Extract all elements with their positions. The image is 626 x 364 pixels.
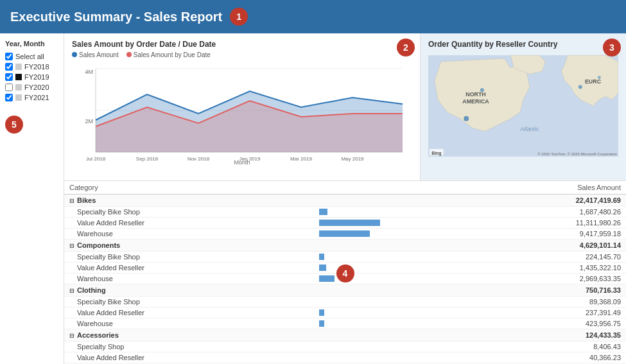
svg-text:2M: 2M — [85, 118, 93, 125]
sub-name: Warehouse — [64, 273, 306, 284]
sub-name: Specialty Bike Shop — [64, 252, 306, 263]
category-name: ⊟Accessories — [64, 329, 448, 342]
svg-text:Nov 2018: Nov 2018 — [187, 156, 210, 162]
bar-cell — [306, 252, 448, 263]
charts-row: Sales Amount by Order Date / Due Date Sa… — [64, 33, 626, 181]
svg-text:May 2019: May 2019 — [341, 156, 364, 162]
sub-amount: 224,145.70 — [448, 252, 626, 263]
category-name: ⊟Bikes — [64, 195, 448, 207]
sub-name: Specialty Bike Shop — [64, 297, 306, 308]
bar-cell — [306, 352, 448, 363]
color-fy2021 — [15, 94, 22, 101]
svg-text:EURC: EURC — [585, 78, 602, 85]
bar-wrap — [319, 230, 442, 237]
table-row: ⊟Clothing 750,716.33 — [64, 284, 626, 297]
sub-name: Specialty Bike Shop — [64, 207, 306, 218]
sub-name: Value Added Reseller — [64, 308, 306, 318]
bar-wrap — [319, 209, 442, 215]
legend-sales: Sales Amount — [72, 51, 119, 58]
badge-2: 2 — [397, 39, 415, 56]
color-fy2020 — [15, 84, 22, 91]
sidebar-item-fy2019[interactable]: FY2019 — [5, 72, 58, 82]
checkbox-fy2021[interactable] — [5, 94, 13, 101]
sub-amount: 89,368.09 — [448, 297, 626, 308]
sub-name: Specialty Shop — [64, 342, 306, 352]
checkbox-selectall[interactable] — [5, 53, 13, 60]
bar-cell — [306, 342, 448, 352]
bar-fill — [319, 320, 324, 327]
bar-wrap — [319, 320, 442, 327]
svg-text:Bing: Bing — [431, 151, 441, 156]
bar-cell — [306, 207, 448, 218]
table-row: Warehouse 2,969,633.35 — [64, 273, 626, 284]
bar-fill — [319, 220, 380, 226]
category-amount: 4,629,101.14 — [448, 239, 626, 252]
checkbox-fy2020[interactable] — [5, 83, 13, 91]
sub-amount: 423,956.75 — [448, 318, 626, 329]
category-amount: 124,433.35 — [448, 329, 626, 342]
map-svg: Atlantic NORTH AMERICA EURC Bing © — [428, 51, 618, 160]
map-container: Order Quantity by Reseller Country 3 Atl… — [421, 33, 626, 180]
table-row: Value Added Reseller 11,311,980.26 — [64, 218, 626, 229]
bar-cell — [306, 218, 448, 229]
svg-point-24 — [578, 85, 582, 89]
sub-name: Warehouse — [64, 318, 306, 329]
sidebar-title: Year, Month — [5, 40, 58, 48]
col-bar — [306, 181, 448, 195]
bar-cell — [306, 263, 448, 273]
sub-name: Warehouse — [64, 229, 306, 239]
bar-cell — [306, 297, 448, 308]
line-chart-container: Sales Amount by Order Date / Due Date Sa… — [64, 33, 421, 180]
expand-icon[interactable]: ⊟ — [69, 198, 74, 204]
line-chart-svg: 4M 2M — [72, 62, 412, 162]
checkbox-fy2018[interactable] — [5, 63, 13, 71]
sub-amount: 9,417,959.18 — [448, 229, 626, 239]
bar-wrap — [319, 254, 442, 260]
color-fy2018 — [15, 64, 22, 70]
content-area: Sales Amount by Order Date / Due Date Sa… — [64, 33, 626, 364]
sidebar-item-fy2018[interactable]: FY2018 — [5, 62, 58, 72]
sub-name: Value Added Reseller — [64, 218, 306, 229]
sub-amount: 11,311,980.26 — [448, 218, 626, 229]
badge-3: 3 — [603, 39, 621, 56]
checkbox-fy2019[interactable] — [5, 73, 13, 81]
bar-wrap — [319, 354, 442, 361]
page-title: Executive Summary - Sales Report — [10, 10, 222, 24]
expand-icon[interactable]: ⊟ — [69, 288, 74, 294]
bar-wrap — [319, 264, 442, 271]
sub-amount: 8,406.43 — [448, 342, 626, 352]
badge-1: 1 — [230, 8, 248, 26]
sidebar-item-fy2020[interactable]: FY2020 — [5, 82, 58, 92]
table-row: Warehouse 9,417,959.18 — [64, 229, 626, 239]
legend-dot-due — [126, 52, 132, 57]
table-row: ⊟Bikes 22,417,419.69 — [64, 195, 626, 207]
sub-name: Value Added Reseller — [64, 263, 306, 273]
color-fy2019 — [15, 74, 22, 80]
sidebar-label-fy2018: FY2018 — [24, 63, 49, 71]
bar-cell — [306, 318, 448, 329]
svg-point-25 — [598, 76, 601, 79]
bar-fill — [319, 275, 335, 282]
sidebar-item-fy2021[interactable]: FY2021 — [5, 92, 58, 103]
expand-icon[interactable]: ⊟ — [69, 333, 74, 339]
svg-point-22 — [464, 116, 469, 121]
sub-amount: 1,435,322.10 — [448, 263, 626, 273]
bar-fill — [319, 309, 324, 316]
bar-cell — [306, 229, 448, 239]
sidebar-label-fy2021: FY2021 — [24, 94, 49, 101]
main-body: Year, Month Select all FY2018 FY2019 FY2… — [0, 33, 626, 364]
bar-wrap — [319, 275, 442, 282]
expand-icon[interactable]: ⊟ — [69, 243, 74, 249]
sub-amount: 237,391.49 — [448, 308, 626, 318]
svg-text:Sep 2018: Sep 2018 — [136, 156, 159, 162]
badge-5: 5 — [5, 116, 23, 134]
bar-cell — [306, 308, 448, 318]
table-row: Specialty Bike Shop 224,145.70 — [64, 252, 626, 263]
sub-amount: 2,969,633.35 — [448, 273, 626, 284]
line-chart-title: Sales Amount by Order Date / Due Date — [72, 40, 412, 49]
sub-name: Value Added Reseller — [64, 352, 306, 363]
category-name: ⊟Components — [64, 239, 448, 252]
col-category: Category — [64, 181, 306, 195]
sidebar-item-selectall[interactable]: Select all — [5, 51, 58, 62]
sidebar: Year, Month Select all FY2018 FY2019 FY2… — [0, 33, 64, 364]
